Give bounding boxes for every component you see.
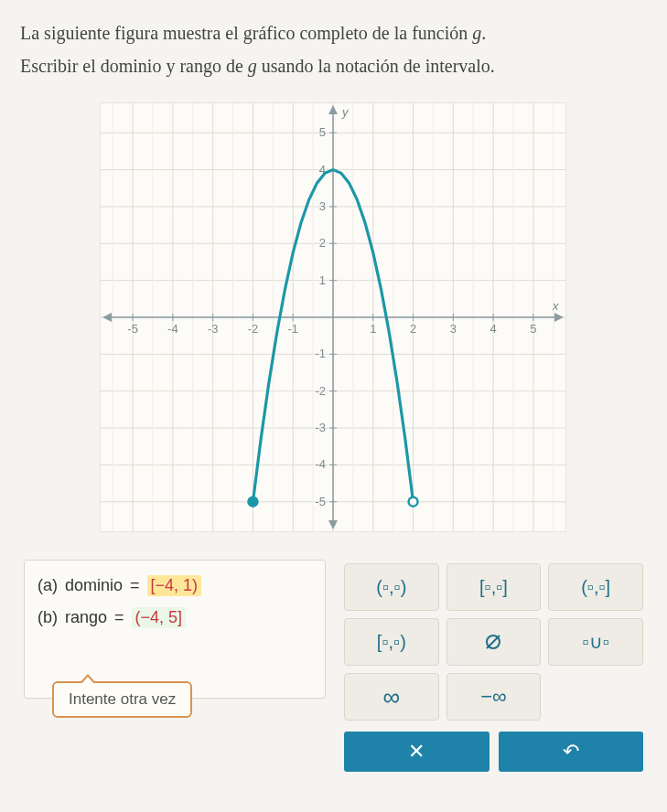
svg-text:3: 3 xyxy=(449,322,456,336)
svg-text:-3: -3 xyxy=(207,322,218,336)
key-closed-closed[interactable]: [▫,▫] xyxy=(446,563,542,611)
answer-panel: (a) dominio = [−4, 1) (b) rango = (−4, 5… xyxy=(24,560,326,699)
svg-point-77 xyxy=(408,497,417,507)
key-empty-set[interactable] xyxy=(446,618,542,666)
keypad: (▫,▫) [▫,▫] (▫,▫] [▫,▫) ▫∪▫ ∞ −∞ ✕ ↶ xyxy=(344,560,643,772)
part-a: (a) xyxy=(38,576,58,595)
key-closed-open[interactable]: [▫,▫) xyxy=(344,618,439,666)
range-value[interactable]: (−4, 5] xyxy=(132,607,187,628)
svg-text:1: 1 xyxy=(370,322,376,336)
undo-icon: ↶ xyxy=(563,740,579,764)
feedback-bubble: Intente otra vez xyxy=(52,681,192,718)
range-label: rango xyxy=(65,608,107,627)
question-text: La siguiente figura muestra el gráfico c… xyxy=(20,16,647,82)
key-open-open[interactable]: (▫,▫) xyxy=(344,563,439,611)
svg-text:-2: -2 xyxy=(315,384,326,398)
clear-button[interactable]: ✕ xyxy=(344,732,489,772)
svg-text:-1: -1 xyxy=(315,347,326,360)
svg-text:3: 3 xyxy=(318,199,325,213)
q-line1-b: . xyxy=(481,23,486,43)
key-union[interactable]: ▫∪▫ xyxy=(548,618,643,666)
svg-text:5: 5 xyxy=(530,322,536,336)
svg-text:4: 4 xyxy=(489,322,496,336)
eq-b: = xyxy=(114,608,124,627)
q-line2-a: Escribir el dominio y rango de xyxy=(20,56,248,76)
empty-set-icon xyxy=(483,632,503,652)
svg-text:2: 2 xyxy=(318,236,325,250)
part-b: (b) xyxy=(38,608,58,627)
key-open-closed[interactable]: (▫,▫] xyxy=(548,563,643,611)
svg-text:x: x xyxy=(551,299,558,313)
domain-value[interactable]: [−4, 1) xyxy=(147,575,202,596)
x-icon: ✕ xyxy=(408,740,425,764)
svg-text:-4: -4 xyxy=(167,322,178,336)
svg-text:-1: -1 xyxy=(287,322,298,336)
q-fn-2: g xyxy=(248,56,257,76)
eq-a: = xyxy=(130,576,140,595)
svg-text:-5: -5 xyxy=(315,495,326,508)
undo-button[interactable]: ↶ xyxy=(499,732,644,772)
chart-container: -5-4-3-2-112345-5-4-3-2-112345 y x xyxy=(96,99,572,540)
domain-label: dominio xyxy=(65,576,123,595)
q-line2-b: usando la notación de intervalo. xyxy=(257,56,495,76)
feedback-text: Intente otra vez xyxy=(52,681,192,718)
key-infinity[interactable]: ∞ xyxy=(344,673,439,721)
svg-text:-5: -5 xyxy=(127,322,138,336)
svg-text:-2: -2 xyxy=(247,322,258,336)
q-fn-1: g xyxy=(472,23,481,43)
svg-text:-4: -4 xyxy=(315,457,326,471)
key-neg-infinity[interactable]: −∞ xyxy=(446,673,542,721)
svg-text:5: 5 xyxy=(318,125,325,139)
svg-text:1: 1 xyxy=(318,273,325,287)
svg-text:2: 2 xyxy=(409,322,415,336)
svg-text:-3: -3 xyxy=(315,421,326,434)
q-line1-a: La siguiente figura muestra el gráfico c… xyxy=(20,23,472,43)
svg-point-76 xyxy=(248,497,257,507)
svg-text:y: y xyxy=(340,105,349,119)
function-graph: -5-4-3-2-112345-5-4-3-2-112345 y x xyxy=(100,102,566,532)
